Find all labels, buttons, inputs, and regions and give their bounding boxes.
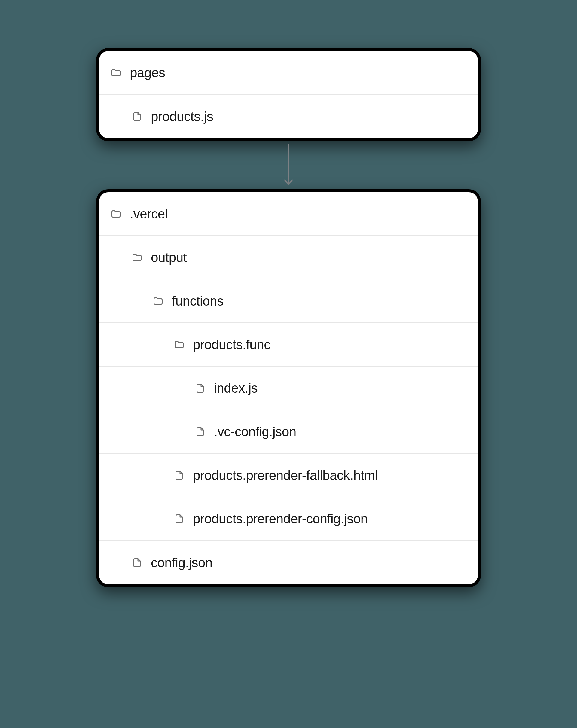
tree-label: index.js [214, 381, 257, 396]
file-icon [174, 514, 184, 524]
tree-label: products.prerender-config.json [193, 511, 368, 526]
folder-icon [110, 209, 121, 219]
folder-icon [132, 252, 143, 263]
tree-label: config.json [151, 555, 212, 570]
file-icon [132, 557, 143, 568]
tree-row: products.js [99, 95, 478, 138]
output-tree-panel: .vercel output functions products.func i… [96, 189, 481, 588]
tree-label: .vercel [130, 206, 168, 222]
tree-row: functions [99, 280, 478, 323]
tree-label: output [151, 250, 186, 265]
folder-icon [110, 67, 121, 78]
folder-icon [174, 339, 184, 350]
tree-row: .vc-config.json [99, 410, 478, 454]
source-tree-panel: pages products.js [96, 48, 481, 141]
tree-label: products.prerender-fallback.html [193, 468, 378, 483]
tree-row: config.json [99, 541, 478, 584]
file-icon [174, 470, 184, 481]
tree-label: .vc-config.json [214, 424, 296, 439]
arrow-down [282, 141, 295, 189]
tree-row: products.prerender-fallback.html [99, 454, 478, 497]
file-icon [195, 426, 205, 437]
folder-icon [153, 296, 164, 307]
file-icon [195, 383, 205, 394]
tree-row: output [99, 236, 478, 280]
tree-label: products.func [193, 337, 271, 352]
tree-label: products.js [151, 109, 213, 124]
tree-row: index.js [99, 367, 478, 410]
file-icon [132, 111, 143, 122]
tree-label: pages [130, 65, 165, 80]
tree-row: products.func [99, 323, 478, 367]
tree-row: products.prerender-config.json [99, 497, 478, 541]
tree-row: pages [99, 51, 478, 95]
tree-label: functions [172, 293, 224, 309]
tree-row: .vercel [99, 192, 478, 236]
